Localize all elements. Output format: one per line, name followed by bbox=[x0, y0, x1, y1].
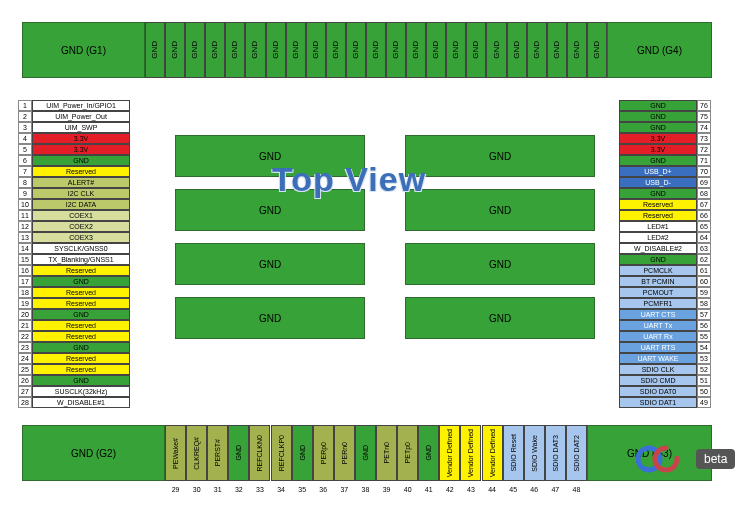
top-strip-cell: GND bbox=[446, 22, 466, 78]
pin-right: SDIO CLK bbox=[619, 364, 697, 375]
pin-number: 71 bbox=[697, 155, 711, 166]
pin-left: I2C CLK bbox=[32, 188, 130, 199]
pin-right: Reserved bbox=[619, 210, 697, 221]
pin-number: 73 bbox=[697, 133, 711, 144]
pin-number: 34 bbox=[271, 484, 292, 494]
pin-right: W_DISABLE#2 bbox=[619, 243, 697, 254]
pin-number: 13 bbox=[18, 232, 32, 243]
pin-right: GND bbox=[619, 155, 697, 166]
pin-number: 23 bbox=[18, 342, 32, 353]
pin-right: UART Tx bbox=[619, 320, 697, 331]
pin-number: 60 bbox=[697, 276, 711, 287]
top-strip-cell: GND bbox=[225, 22, 245, 78]
top-strip-cell: GND bbox=[366, 22, 386, 78]
pin-number: 3 bbox=[18, 122, 32, 133]
pin-number: 39 bbox=[376, 484, 397, 494]
pin-bottom: SDIO Reset bbox=[503, 425, 524, 481]
pin-left: Reserved bbox=[32, 287, 130, 298]
top-strip-cell: GND bbox=[527, 22, 547, 78]
pin-number: 65 bbox=[697, 221, 711, 232]
pin-left: Reserved bbox=[32, 364, 130, 375]
pin-number: 45 bbox=[503, 484, 524, 494]
pin-right: BT PCMIN bbox=[619, 276, 697, 287]
pin-number: 64 bbox=[697, 232, 711, 243]
pin-right: SDIO CMD bbox=[619, 375, 697, 386]
pin-left: Reserved bbox=[32, 320, 130, 331]
pin-bottom: Vendor Defined bbox=[482, 425, 503, 481]
inner-gnd-block: GND bbox=[175, 135, 365, 177]
pin-number: 22 bbox=[18, 331, 32, 342]
inner-gnd-block: GND bbox=[175, 189, 365, 231]
top-strip-cell: GND bbox=[145, 22, 165, 78]
pin-number: 41 bbox=[418, 484, 439, 494]
pin-number: 35 bbox=[292, 484, 313, 494]
pin-number: 18 bbox=[18, 287, 32, 298]
pin-bottom: PERn0 bbox=[334, 425, 355, 481]
top-strip-cell: GND bbox=[547, 22, 567, 78]
pin-right: UART Rx bbox=[619, 331, 697, 342]
pin-left: ALERT# bbox=[32, 177, 130, 188]
pin-number: 8 bbox=[18, 177, 32, 188]
pin-number: 24 bbox=[18, 353, 32, 364]
pin-number: 7 bbox=[18, 166, 32, 177]
top-strip-cell: GND bbox=[286, 22, 306, 78]
pin-right: USB_D+ bbox=[619, 166, 697, 177]
top-strip-cell: GND bbox=[426, 22, 446, 78]
pin-number: 49 bbox=[697, 397, 711, 408]
pin-number: 25 bbox=[18, 364, 32, 375]
top-strip-cell: GND bbox=[205, 22, 225, 78]
top-strip-cell: GND bbox=[507, 22, 527, 78]
pin-right: GND bbox=[619, 122, 697, 133]
corner-g1: GND (G1) bbox=[22, 22, 145, 78]
pin-number: 17 bbox=[18, 276, 32, 287]
pin-number: 28 bbox=[18, 397, 32, 408]
pin-number: 66 bbox=[697, 210, 711, 221]
pin-number: 11 bbox=[18, 210, 32, 221]
top-strip-cell: GND bbox=[185, 22, 205, 78]
pin-bottom: SDIO DAT2 bbox=[566, 425, 587, 481]
pin-right: USB_D- bbox=[619, 177, 697, 188]
pin-bottom: PEWake# bbox=[165, 425, 186, 481]
pin-number: 69 bbox=[697, 177, 711, 188]
pin-left: TX_Blanking/GNSS1 bbox=[32, 254, 130, 265]
pin-right: 3.3V bbox=[619, 133, 697, 144]
pin-right: SDIO DAT0 bbox=[619, 386, 697, 397]
pin-bottom: SDIO Wake bbox=[524, 425, 545, 481]
pin-number: 53 bbox=[697, 353, 711, 364]
pin-number: 38 bbox=[355, 484, 376, 494]
pin-bottom: SDIO DAT3 bbox=[545, 425, 566, 481]
inner-gnd-block: GND bbox=[405, 189, 595, 231]
pin-left: GND bbox=[32, 276, 130, 287]
top-strip-cell: GND bbox=[326, 22, 346, 78]
pin-number: 44 bbox=[482, 484, 503, 494]
pin-left: 3.3V bbox=[32, 133, 130, 144]
pin-right: PCMOUT bbox=[619, 287, 697, 298]
pin-number: 4 bbox=[18, 133, 32, 144]
pin-number: 76 bbox=[697, 100, 711, 111]
pin-number: 19 bbox=[18, 298, 32, 309]
pin-number: 57 bbox=[697, 309, 711, 320]
pin-bottom: Vendor Defined bbox=[460, 425, 481, 481]
top-strip-cell: GND bbox=[266, 22, 286, 78]
pin-right: 3.3V bbox=[619, 144, 697, 155]
pin-right: LED#2 bbox=[619, 232, 697, 243]
top-strip-cell: GND bbox=[306, 22, 326, 78]
top-strip-cell: GND bbox=[567, 22, 587, 78]
pin-number: 33 bbox=[249, 484, 270, 494]
pin-number: 40 bbox=[397, 484, 418, 494]
pin-left: 3.3V bbox=[32, 144, 130, 155]
pin-number: 52 bbox=[697, 364, 711, 375]
pin-number: 63 bbox=[697, 243, 711, 254]
top-strip-cell: GND bbox=[245, 22, 265, 78]
pin-number: 30 bbox=[186, 484, 207, 494]
pin-number: 58 bbox=[697, 298, 711, 309]
pin-right: UART RTS bbox=[619, 342, 697, 353]
pin-number: 27 bbox=[18, 386, 32, 397]
pin-left: COEX3 bbox=[32, 232, 130, 243]
pin-right: GND bbox=[619, 188, 697, 199]
pin-right: SDIO DAT1 bbox=[619, 397, 697, 408]
pin-number: 36 bbox=[313, 484, 334, 494]
pin-left: Reserved bbox=[32, 265, 130, 276]
pin-left: GND bbox=[32, 342, 130, 353]
pin-number: 26 bbox=[18, 375, 32, 386]
